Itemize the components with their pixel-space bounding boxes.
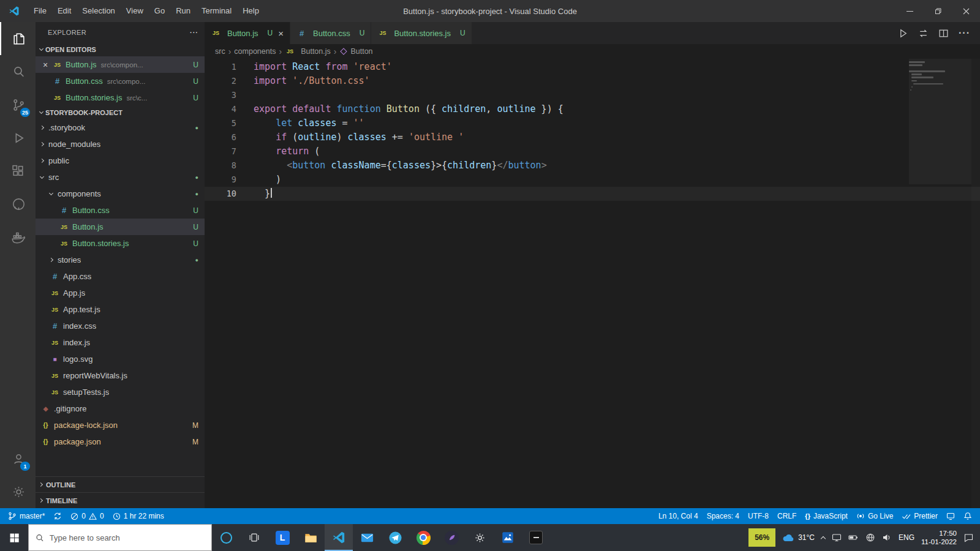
file-setupTests.js[interactable]: JSsetupTests.js: [36, 384, 205, 400]
activity-settings-button[interactable]: [0, 475, 36, 508]
breadcrumb-src[interactable]: src: [215, 47, 225, 56]
code-line-8[interactable]: 8 <button className={classes}>{children}…: [205, 159, 980, 173]
activity-docker-button[interactable]: [0, 220, 36, 253]
language-mode[interactable]: {} JavaScript: [801, 508, 852, 524]
code-line-5[interactable]: 5 let classes = '': [205, 116, 980, 130]
capture-app-button[interactable]: [522, 524, 550, 551]
network-tray-icon[interactable]: [865, 533, 875, 542]
weather-widget[interactable]: 31°C: [782, 533, 815, 542]
activity-run-debug-button[interactable]: [0, 121, 36, 154]
branch-indicator[interactable]: master*: [4, 508, 49, 524]
outline-section[interactable]: OUTLINE: [36, 476, 205, 492]
code-line-2[interactable]: 2import './Button.css': [205, 74, 980, 88]
activity-search-button[interactable]: [0, 55, 36, 88]
file-package-lock.json[interactable]: {}package-lock.jsonM: [36, 417, 205, 433]
explorer-more-actions-icon[interactable]: ···: [190, 29, 198, 36]
settings-app-button[interactable]: [466, 524, 494, 551]
file-App.css[interactable]: #App.css: [36, 268, 205, 285]
start-button[interactable]: [0, 524, 28, 551]
file-index.js[interactable]: JSindex.js: [36, 334, 205, 351]
sync-changes-button[interactable]: [49, 508, 66, 524]
minimize-button[interactable]: [895, 0, 924, 22]
more-actions-icon[interactable]: ···: [959, 28, 970, 39]
editor-scrollbar[interactable]: [971, 59, 980, 508]
tab-Button.css[interactable]: #Button.cssU: [290, 22, 371, 44]
taskbar-clock[interactable]: 17:50 11-01-2022: [921, 529, 957, 547]
input-language-indicator[interactable]: ENG: [899, 533, 914, 542]
code-editor[interactable]: 1import React from 'react'2import './But…: [205, 59, 980, 508]
open-editor-item[interactable]: #Button.csssrc\compo...U: [36, 73, 205, 89]
file-.gitignore[interactable]: ◆.gitignore: [36, 400, 205, 417]
folder-public[interactable]: public: [36, 152, 205, 169]
folder-components[interactable]: components●: [36, 186, 205, 202]
menu-go[interactable]: Go: [149, 0, 170, 22]
time-tracker-indicator[interactable]: 1 hr 22 mins: [108, 508, 168, 524]
open-editor-item[interactable]: JSButton.stories.jssrc\c...U: [36, 89, 205, 106]
menu-terminal[interactable]: Terminal: [196, 0, 237, 22]
code-line-3[interactable]: 3: [205, 88, 980, 102]
activity-accounts-button[interactable]: 1: [0, 442, 36, 475]
file-explorer-button[interactable]: [296, 524, 325, 551]
file-reportWebVitals.js[interactable]: JSreportWebVitals.js: [36, 367, 205, 384]
file-Button.css[interactable]: #Button.cssU: [36, 202, 205, 219]
taskbar-search[interactable]: [28, 524, 212, 551]
code-line-1[interactable]: 1import React from 'react': [205, 60, 980, 74]
eol-indicator[interactable]: CRLF: [773, 508, 801, 524]
code-line-4[interactable]: 4export default function Button ({ child…: [205, 102, 980, 116]
task-view-button[interactable]: [240, 524, 268, 551]
encoding-indicator[interactable]: UTF-8: [744, 508, 773, 524]
app-l-button[interactable]: L: [268, 524, 296, 551]
prettier-indicator[interactable]: Prettier: [897, 508, 942, 524]
menu-run[interactable]: Run: [170, 0, 196, 22]
problems-indicator[interactable]: 0 0: [66, 508, 108, 524]
folder-.storybook[interactable]: .storybook●: [36, 119, 205, 136]
menu-help[interactable]: Help: [237, 0, 265, 22]
activity-source-control-button[interactable]: 25: [0, 88, 36, 121]
monitor-tray-icon[interactable]: [832, 533, 842, 542]
quill-app-button[interactable]: [437, 524, 466, 551]
vscode-taskbar-button[interactable]: [325, 524, 353, 551]
run-code-icon[interactable]: [898, 28, 908, 39]
breadcrumb-Button[interactable]: Button: [339, 47, 372, 56]
code-line-9[interactable]: 9 ): [205, 173, 980, 187]
file-logo.svg[interactable]: ■logo.svg: [36, 351, 205, 367]
split-editor-icon[interactable]: [938, 28, 949, 39]
project-header[interactable]: STORYBOOK-PROJECT: [36, 106, 205, 119]
code-line-10[interactable]: 10 }: [205, 187, 980, 201]
folder-stories[interactable]: stories●: [36, 252, 205, 268]
code-line-7[interactable]: 7 return (: [205, 144, 980, 159]
file-index.css[interactable]: #index.css: [36, 318, 205, 334]
folder-node_modules[interactable]: node_modules: [36, 136, 205, 152]
folder-src[interactable]: src●: [36, 169, 205, 186]
activity-extensions-button[interactable]: [0, 154, 36, 187]
activity-github-button[interactable]: [0, 187, 36, 220]
indentation-indicator[interactable]: Spaces: 4: [703, 508, 744, 524]
file-package.json[interactable]: {}package.jsonM: [36, 433, 205, 450]
screencast-button[interactable]: [942, 508, 959, 524]
restore-button[interactable]: [924, 0, 952, 22]
file-App.js[interactable]: JSApp.js: [36, 285, 205, 301]
close-icon[interactable]: ×: [40, 60, 50, 70]
file-Button.stories.js[interactable]: JSButton.stories.jsU: [36, 235, 205, 252]
cursor-position[interactable]: Ln 10, Col 4: [654, 508, 703, 524]
breadcrumb-Button.js[interactable]: JSButton.js: [285, 47, 331, 56]
messaging-app-button[interactable]: [381, 524, 409, 551]
menu-file[interactable]: File: [28, 0, 52, 22]
battery-tray-icon[interactable]: [848, 533, 859, 542]
activity-explorer-button[interactable]: [0, 22, 36, 55]
close-button[interactable]: [952, 0, 980, 22]
cortana-button[interactable]: [212, 524, 240, 551]
close-icon[interactable]: ×: [278, 28, 284, 39]
menu-edit[interactable]: Edit: [52, 0, 77, 22]
volume-tray-icon[interactable]: [882, 533, 892, 542]
menu-selection[interactable]: Selection: [77, 0, 120, 22]
tab-Button.stories.js[interactable]: JSButton.stories.jsU: [371, 22, 472, 44]
go-live-button[interactable]: Go Live: [852, 508, 897, 524]
file-App.test.js[interactable]: JSApp.test.js: [36, 301, 205, 318]
menu-view[interactable]: View: [121, 0, 149, 22]
timeline-section[interactable]: TIMELINE: [36, 492, 205, 508]
open-editor-item[interactable]: ×JSButton.jssrc\compon...U: [36, 56, 205, 73]
minimap[interactable]: [909, 61, 971, 92]
code-line-6[interactable]: 6 if (outline) classes += 'outline ': [205, 130, 980, 144]
hidden-icons-chevron[interactable]: [821, 536, 826, 541]
